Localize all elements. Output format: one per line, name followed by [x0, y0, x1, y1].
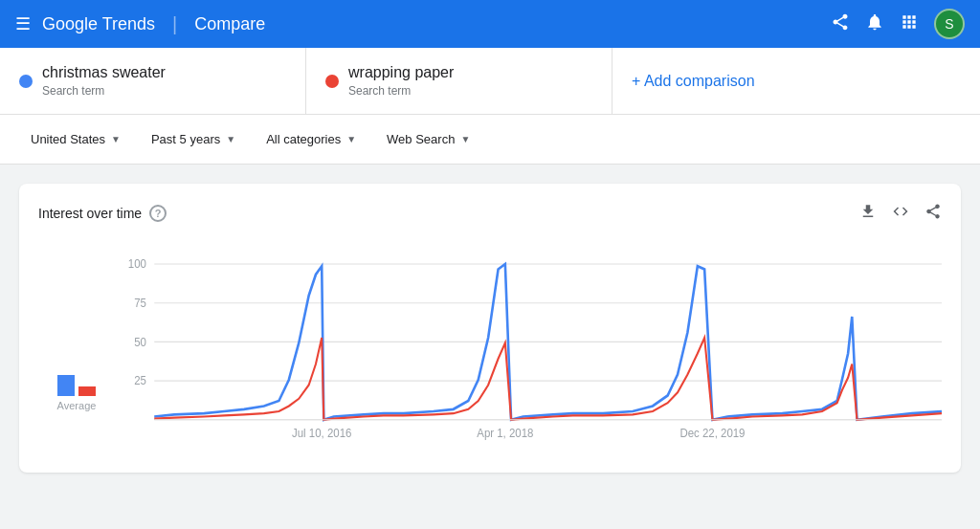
share-chart-icon[interactable]: [924, 203, 942, 224]
notification-icon[interactable]: [865, 12, 884, 36]
term-name-1: christmas sweater: [42, 64, 166, 81]
svg-text:Apr 1, 2018: Apr 1, 2018: [477, 427, 534, 439]
card-title-group: Interest over time ?: [38, 205, 167, 222]
avg-bar-red: [78, 386, 96, 396]
chart-svg: 100 75 50 25 Jul 10, 2016 Apr 1, 2018 De…: [124, 243, 942, 453]
svg-text:75: 75: [134, 297, 146, 309]
header-divider: |: [172, 13, 177, 35]
help-icon[interactable]: ?: [149, 205, 167, 222]
chart-average: Average: [38, 243, 115, 411]
header-compare-label: Compare: [194, 14, 265, 34]
add-comparison-button[interactable]: + Add comparison: [612, 48, 774, 114]
term-type-1: Search term: [42, 84, 166, 98]
term-info-2: wrapping paper Search term: [348, 64, 454, 98]
search-type-filter-arrow: ▼: [460, 134, 470, 144]
term-dot-1: [19, 75, 33, 88]
avg-bar-blue: [57, 375, 75, 396]
search-terms-bar: christmas sweater Search term wrapping p…: [0, 48, 980, 115]
category-filter[interactable]: All categories ▼: [255, 126, 368, 152]
search-term-1[interactable]: christmas sweater Search term: [0, 48, 306, 114]
chart-area: Average 100 75 50 25: [38, 243, 942, 453]
category-filter-arrow: ▼: [346, 134, 356, 144]
region-filter-label: United States: [31, 132, 105, 146]
time-filter-label: Past 5 years: [151, 132, 220, 146]
region-filter-arrow: ▼: [111, 134, 121, 144]
embed-icon[interactable]: [892, 203, 909, 224]
category-filter-label: All categories: [266, 132, 341, 146]
term-dot-2: [325, 75, 339, 88]
logo-text: Google Trends: [42, 14, 155, 34]
term-name-2: wrapping paper: [348, 64, 454, 81]
chart-main: 100 75 50 25 Jul 10, 2016 Apr 1, 2018 De…: [124, 243, 942, 453]
svg-text:Jul 10, 2016: Jul 10, 2016: [292, 427, 352, 439]
svg-text:25: 25: [134, 374, 146, 386]
svg-text:Dec 22, 2019: Dec 22, 2019: [679, 427, 745, 439]
term-type-2: Search term: [348, 84, 454, 98]
region-filter[interactable]: United States ▼: [19, 126, 132, 152]
interest-over-time-card: Interest over time ?: [19, 184, 961, 473]
menu-icon[interactable]: ☰: [15, 13, 31, 34]
card-header: Interest over time ?: [38, 203, 942, 224]
card-title: Interest over time: [38, 206, 142, 221]
time-filter-arrow: ▼: [226, 134, 235, 144]
user-avatar[interactable]: S: [934, 9, 965, 39]
main-content: Interest over time ?: [0, 165, 980, 492]
search-type-filter-label: Web Search: [387, 132, 455, 146]
average-bars: [57, 367, 96, 396]
time-filter[interactable]: Past 5 years ▼: [140, 126, 247, 152]
search-type-filter[interactable]: Web Search ▼: [375, 126, 481, 152]
header-icons: S: [831, 9, 965, 39]
share-icon[interactable]: [831, 12, 850, 36]
logo: Google Trends: [42, 14, 155, 34]
term-info-1: christmas sweater Search term: [42, 64, 166, 98]
apps-icon[interactable]: [900, 12, 919, 36]
add-comparison-label: + Add comparison: [632, 73, 755, 90]
download-icon[interactable]: [859, 203, 877, 224]
search-term-2[interactable]: wrapping paper Search term: [306, 48, 612, 114]
average-label: Average: [57, 400, 97, 411]
svg-text:50: 50: [134, 336, 146, 348]
filters-bar: United States ▼ Past 5 years ▼ All categ…: [0, 115, 980, 165]
card-actions: [859, 203, 942, 224]
svg-text:100: 100: [128, 257, 147, 270]
app-header: ☰ Google Trends | Compare S: [0, 0, 980, 48]
